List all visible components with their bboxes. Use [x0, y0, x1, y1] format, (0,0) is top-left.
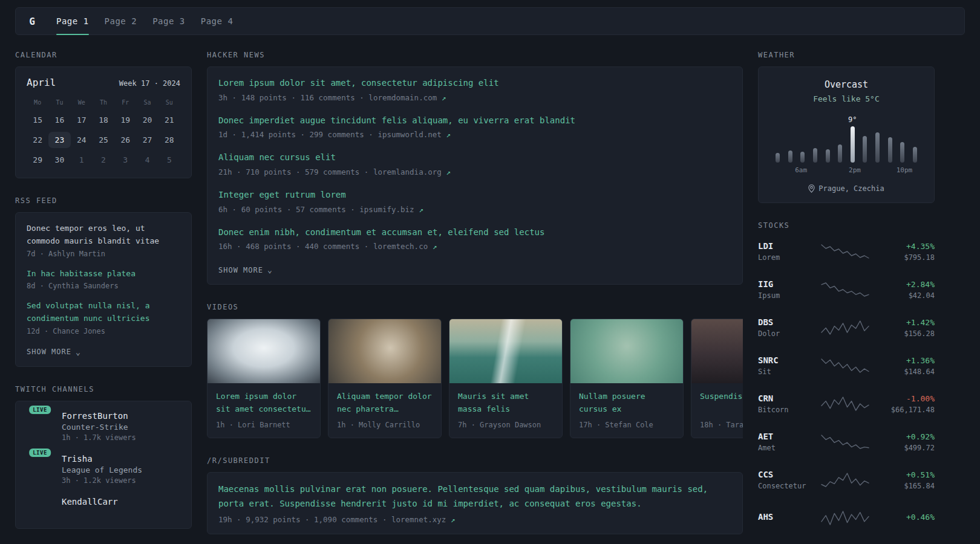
hn-story-domain-link[interactable]: loremtech.co [373, 242, 428, 251]
stock-row[interactable]: CCS Consectetur +0.51% $165.84 [758, 465, 935, 494]
calendar-day: 17 [71, 112, 93, 128]
calendar-dow: Sa [136, 97, 158, 108]
tab-page-2[interactable]: Page 2 [97, 8, 145, 34]
stock-sparkline [814, 510, 877, 526]
calendar-day: 24 [71, 132, 93, 148]
calendar-dow: Su [158, 97, 180, 108]
rss-show-more-button[interactable]: SHOW MORE⌄ [27, 348, 81, 357]
dashboard: CALENDAR April Week 17 · 2024 Mo Tu We T… [0, 35, 980, 544]
weather-bar [838, 144, 842, 163]
stock-row[interactable]: DBS Dolor +1.42% $156.28 [758, 313, 935, 342]
weather-bar [788, 151, 792, 163]
twitch-channel[interactable]: KendallCarr [27, 497, 180, 507]
hn-story-domain-link[interactable]: ipsumworld.net [377, 130, 441, 139]
stock-sparkline [814, 243, 877, 260]
twitch-channel[interactable]: LIVE ForrestBurton Counter-Strike 1h · 1… [27, 411, 180, 442]
stock-row[interactable]: LDI Lorem +4.35% $795.18 [758, 237, 935, 266]
stock-change: +1.42% [877, 318, 935, 327]
reddit-post-link[interactable]: Maecenas mollis pulvinar erat non posuer… [218, 482, 731, 511]
rss-item-link[interactable]: Sed volutpat nulla nisl, a condimentum n… [27, 300, 180, 325]
hn-story-link[interactable]: Donec enim nibh, condimentum et accumsan… [218, 226, 731, 239]
video-card[interactable]: Nullam posuere cursus ex 17h · Stefan Co… [570, 319, 684, 438]
stock-symbol: AHS [758, 512, 814, 522]
stock-sparkline [814, 395, 877, 412]
calendar-day: 22 [27, 132, 48, 148]
stock-row[interactable]: IIG Ipsum +2.84% $42.04 [758, 275, 935, 304]
weather-condition: Overcast [768, 79, 924, 90]
stock-price: $148.64 [877, 368, 935, 376]
stock-name: Sit [758, 368, 814, 376]
video-title: Nullam posuere cursus ex [579, 390, 675, 416]
hn-story-meta: 21h · 710 points · 579 comments · loreml… [218, 167, 731, 176]
calendar-day-next-month: 3 [114, 152, 136, 168]
stock-row[interactable]: CRN Bitcorn -1.00% $66,171.48 [758, 389, 935, 418]
video-card[interactable]: Mauris sit amet massa felis 7h · Grayson… [449, 319, 563, 438]
tab-page-1[interactable]: Page 1 [48, 8, 97, 34]
stock-row[interactable]: AET Amet +0.92% $499.72 [758, 427, 935, 456]
calendar-day: 25 [93, 132, 114, 148]
twitch-channel[interactable]: LIVE Trisha League of Legends 3h · 1.2k … [27, 454, 180, 485]
page-tabs: Page 1 Page 2 Page 3 Page 4 [48, 8, 241, 34]
calendar-day-next-month: 2 [93, 152, 114, 168]
twitch-widget: TWITCH CHANNELS LIVE ForrestBurton Count… [15, 385, 192, 529]
stock-change: -1.00% [877, 394, 935, 403]
hn-story-domain-link[interactable]: loremdomain.com [368, 93, 437, 102]
external-link-icon: ↗ [446, 130, 451, 139]
weather-bars: 9° [776, 113, 917, 163]
weather-time-label: 10pm [897, 166, 913, 174]
video-meta: 7h · Grayson Dawson [458, 421, 554, 429]
reddit-post-meta: 19h · 9,932 points · 1,090 comments · lo… [218, 515, 731, 524]
weather-location: Prague, Czechia [768, 184, 924, 193]
channel-name: ForrestBurton [62, 411, 136, 421]
hn-story-link[interactable]: Aliquam nec cursus elit [218, 151, 731, 164]
calendar-day: 30 [48, 152, 70, 168]
video-card[interactable]: Aliquam tempor dolor nec pharetra… 1h · … [328, 319, 442, 438]
stock-price: $499.72 [877, 444, 935, 452]
stock-price: $66,171.48 [877, 406, 935, 414]
video-card[interactable]: Lorem ipsum dolor sit amet consectetu… 1… [207, 319, 321, 438]
hn-story-link[interactable]: Lorem ipsum dolor sit amet, consectetur … [218, 77, 731, 90]
rss-section-title: RSS FEED [15, 196, 192, 205]
hn-story-domain-link[interactable]: loremlandia.org [373, 167, 442, 176]
video-title: Lorem ipsum dolor sit amet consectetu… [216, 390, 312, 416]
rss-item-link[interactable]: In hac habitasse platea [27, 268, 180, 280]
stock-row[interactable]: AHS +0.46% [758, 504, 935, 533]
hn-story-link[interactable]: Integer eget rutrum lorem [218, 189, 731, 202]
weather-bar [813, 148, 817, 163]
stocks-widget: STOCKS LDI Lorem +4.35% $795.18 IIG [758, 221, 935, 533]
hn-story-domain-link[interactable]: ipsumify.biz [359, 205, 414, 214]
stock-symbol: IIG [758, 279, 814, 289]
weather-card: Overcast Feels like 5°C 9° 6am 2pm 10pm … [758, 66, 935, 203]
hn-item: Donec enim nibh, condimentum et accumsan… [218, 226, 731, 251]
stock-change: +1.36% [877, 356, 935, 365]
location-pin-icon [808, 184, 815, 193]
video-meta: 18h · Tara [700, 421, 743, 429]
weather-peak-temp: 9° [848, 115, 857, 124]
video-card[interactable]: Suspendisse diam 18h · Tara [691, 319, 743, 438]
hn-item: Donec imperdiet augue tincidunt felis al… [218, 114, 731, 140]
stock-name: Dolor [758, 329, 814, 338]
app-logo[interactable]: G [22, 11, 42, 31]
stock-sparkline [814, 433, 877, 450]
live-badge: LIVE [28, 404, 52, 415]
calendar-widget: CALENDAR April Week 17 · 2024 Mo Tu We T… [15, 51, 192, 178]
stock-row[interactable]: SNRC Sit +1.36% $148.64 [758, 351, 935, 380]
hn-story-link[interactable]: Donec imperdiet augue tincidunt felis al… [218, 114, 731, 128]
video-meta: 17h · Stefan Cole [579, 421, 675, 429]
stock-symbol: SNRC [758, 355, 814, 365]
hackernews-section-title: HACKER NEWS [207, 51, 743, 59]
weather-bar [863, 136, 867, 163]
reddit-post-domain-link[interactable]: loremnet.xyz [391, 515, 446, 524]
stock-symbol: CCS [758, 470, 814, 479]
middle-column: HACKER NEWS Lorem ipsum dolor sit amet, … [207, 51, 743, 544]
rss-widget: RSS FEED Donec tempor eros leo, ut commo… [15, 196, 192, 367]
rss-item-link[interactable]: Donec tempor eros leo, ut commodo mauris… [27, 222, 180, 248]
stock-price: $795.18 [877, 253, 935, 262]
tab-page-3[interactable]: Page 3 [145, 8, 193, 34]
video-meta: 1h · Lori Barnett [216, 421, 312, 429]
hn-show-more-button[interactable]: SHOW MORE⌄ [218, 265, 273, 274]
stocks-section-title: STOCKS [758, 221, 935, 230]
tab-page-4[interactable]: Page 4 [193, 8, 241, 34]
stock-price: $156.28 [877, 329, 935, 338]
weather-section-title: WEATHER [758, 51, 935, 59]
